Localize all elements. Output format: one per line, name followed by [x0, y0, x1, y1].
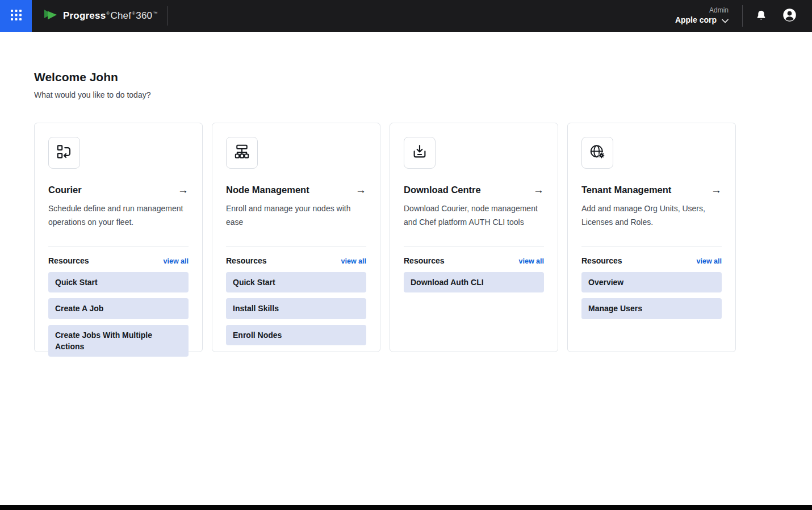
resource-item[interactable]: Quick Start [48, 272, 189, 292]
header-divider [742, 5, 743, 27]
resources-label: Resources [581, 256, 622, 265]
card-divider [581, 246, 722, 247]
node-management-icon-box [226, 137, 258, 169]
resource-item[interactable]: Overview [581, 272, 722, 292]
tenant-name: Apple corp [675, 15, 717, 26]
resource-item[interactable]: Quick Start [226, 272, 366, 292]
resource-item[interactable]: Enroll Nodes [226, 325, 366, 345]
resource-item[interactable]: Download Auth CLI [404, 272, 544, 292]
card-divider [404, 246, 544, 247]
view-all-link[interactable]: view all [519, 257, 544, 265]
view-all-link[interactable]: view all [341, 257, 366, 265]
courier-icon [56, 143, 73, 162]
card-tenant-management: Tenant Management → Add and manage Org U… [567, 123, 736, 352]
user-account-button[interactable] [782, 7, 797, 24]
user-role-label: Admin [675, 6, 729, 15]
view-all-link[interactable]: view all [697, 257, 722, 265]
header-right-section: Admin Apple corp [675, 5, 812, 27]
progress-chef-360-logo[interactable]: Progress®Chef®360™ [43, 8, 158, 24]
resource-list: Download Auth CLI [404, 272, 544, 292]
card-description: Download Courier, node management and Ch… [404, 202, 544, 242]
download-centre-icon-box [404, 137, 436, 169]
feature-cards-row: Courier → Schedule define and run manage… [34, 123, 778, 352]
header-divider [167, 6, 168, 26]
brand-text: Progress®Chef®360™ [63, 10, 158, 22]
top-navigation-bar: Progress®Chef®360™ Admin Apple corp [0, 0, 812, 32]
card-courier: Courier → Schedule define and run manage… [34, 123, 203, 352]
bell-icon [755, 9, 767, 23]
globe-gear-icon [589, 143, 606, 162]
card-title: Download Centre [404, 185, 481, 195]
tenant-switcher[interactable]: Admin Apple corp [675, 6, 729, 26]
resource-list: Quick Start Install Skills Enroll Nodes [226, 272, 366, 345]
resources-label: Resources [404, 256, 445, 265]
arrow-right-icon[interactable]: → [355, 185, 366, 195]
card-description: Enroll and manage your nodes with ease [226, 202, 366, 242]
resource-item[interactable]: Install Skills [226, 298, 366, 319]
card-divider [226, 246, 366, 247]
resource-list: Quick Start Create A Job Create Jobs Wit… [48, 272, 189, 357]
card-title: Node Management [226, 185, 309, 195]
avatar-icon [782, 7, 797, 24]
resources-label: Resources [48, 256, 89, 265]
card-description: Add and manage Org Units, Users, License… [581, 202, 722, 242]
waffle-grid-icon [11, 10, 22, 23]
node-management-icon [233, 143, 250, 162]
chevron-down-icon [722, 15, 729, 26]
arrow-right-icon[interactable]: → [533, 185, 544, 195]
courier-icon-box [48, 137, 80, 169]
resource-item[interactable]: Manage Users [581, 298, 722, 319]
card-description: Schedule define and run management opera… [48, 202, 189, 242]
card-node-management: Node Management → Enroll and manage your… [212, 123, 380, 352]
page-title: Welcome John [34, 70, 778, 84]
page-subtitle: What would you like to do today? [34, 90, 778, 99]
resource-item[interactable]: Create A Job [48, 298, 189, 319]
progress-chevron-icon [43, 8, 58, 24]
card-download-centre: Download Centre → Download Courier, node… [390, 123, 558, 352]
download-icon [411, 143, 428, 162]
arrow-right-icon[interactable]: → [711, 185, 722, 195]
view-all-link[interactable]: view all [164, 257, 189, 265]
arrow-right-icon[interactable]: → [178, 185, 189, 195]
card-title: Courier [48, 185, 82, 195]
resource-item[interactable]: Create Jobs With Multiple Actions [48, 325, 189, 357]
card-title: Tenant Management [581, 185, 671, 195]
resource-list: Overview Manage Users [581, 272, 722, 319]
card-divider [48, 246, 189, 247]
resources-label: Resources [226, 256, 267, 265]
notifications-button[interactable] [755, 9, 767, 23]
app-launcher-button[interactable] [0, 0, 32, 32]
tenant-management-icon-box [581, 137, 613, 169]
bottom-black-bar [0, 505, 812, 510]
main-content: Welcome John What would you like to do t… [0, 32, 812, 352]
